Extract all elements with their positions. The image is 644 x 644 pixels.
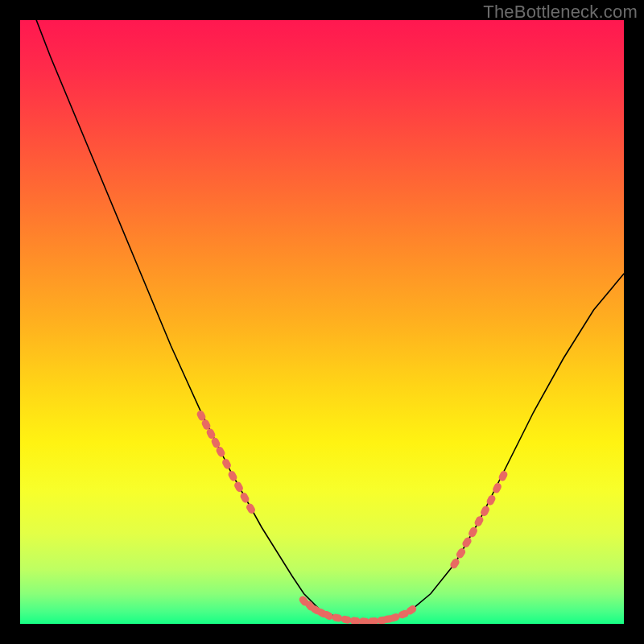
data-marker [349,617,361,624]
watermark-text: TheBottleneck.com [483,2,638,23]
data-marker [221,457,232,470]
chart-svg [20,20,624,624]
plot-area [20,20,624,624]
data-marker [227,469,238,482]
data-marker [461,536,473,549]
bottleneck-curve [20,20,624,621]
data-marker [368,617,378,624]
data-marker [479,505,490,518]
data-marker [473,515,485,528]
data-marker [467,526,478,539]
chart-frame: TheBottleneck.com [0,0,644,644]
marker-layer [196,409,509,624]
data-marker [233,481,244,493]
data-marker [245,502,256,515]
data-marker [455,547,467,559]
curve-layer [20,20,624,621]
data-marker [239,491,250,504]
